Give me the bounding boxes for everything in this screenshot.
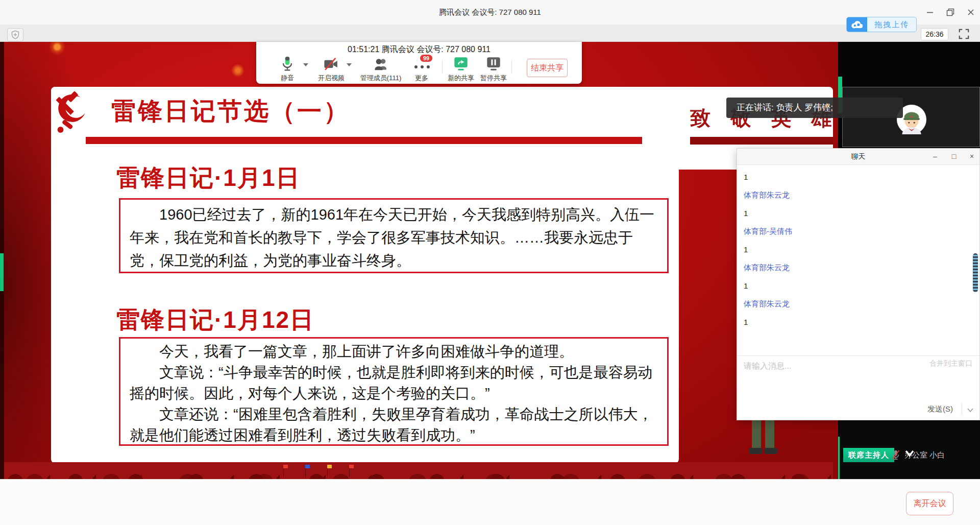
window-titlebar: 腾讯会议 会议号: 727 080 911 (0, 0, 980, 25)
chat-scrollbar[interactable] (973, 253, 978, 292)
pause-share-icon (486, 56, 501, 71)
window-restore-icon[interactable] (944, 6, 957, 18)
more-dots-icon (413, 64, 431, 69)
share-screen-icon (453, 56, 469, 71)
chat-message: 1 (744, 204, 976, 223)
share-status-text: 01:51:21 腾讯会议 会议号: 727 080 911 (256, 44, 582, 55)
chat-sender-name[interactable]: 体育部朱云龙 (744, 186, 976, 205)
slide-title: 雷锋日记节选（一） (111, 95, 350, 128)
tiny-flags (283, 465, 354, 476)
fullscreen-icon[interactable] (958, 28, 970, 40)
bottom-toolbar (0, 479, 980, 525)
chat-message: 1 (744, 241, 976, 259)
chat-sender-name[interactable]: 体育部-吴倩伟 (744, 223, 976, 241)
manage-members-button[interactable] (373, 57, 389, 71)
more-badge: 99 (420, 54, 433, 62)
pause-share-label: 暂停共享 (480, 74, 507, 83)
more-label: 更多 (415, 74, 428, 83)
chat-input-divider (737, 355, 979, 356)
camera-off-icon (324, 58, 339, 71)
diary-box-2-text-2: 文章说：“斗争最幸苦的时候，也就是胜利即将到来的时候，可也是最容易动摇的时候。因… (130, 362, 658, 404)
share-toolbar: 01:51:21 腾讯会议 会议号: 727 080 911 静音 开启视频 管… (256, 42, 582, 84)
chat-title: 聊天 (737, 149, 979, 164)
section-heading-2: 雷锋日记·1月12日 (116, 304, 314, 336)
leave-meeting-button[interactable]: 离开会议 (906, 492, 953, 515)
window-title: 腾讯会议 会议号: 727 080 911 (0, 0, 980, 25)
crowd-silhouette (4, 462, 833, 479)
send-options-chevron-icon[interactable] (967, 407, 974, 414)
diary-box-2-text-1: 今天，我看了一篇文章，那上面讲了许多向困难做斗争的道理。 (130, 341, 658, 362)
video-thumbnail-bottom[interactable]: 联席主持人 办公室 小白 (840, 420, 980, 481)
chat-close-icon[interactable]: × (964, 149, 979, 164)
mute-button[interactable] (280, 56, 295, 71)
new-share-button[interactable] (453, 56, 469, 71)
mic-muted-icon (891, 450, 901, 460)
merge-to-main-link[interactable]: 合并到主窗口 (929, 359, 972, 368)
window-subbar (0, 25, 980, 42)
diary-box-2: 今天，我看了一篇文章，那上面讲了许多向困难做斗争的道理。 文章说：“斗争最幸苦的… (119, 337, 669, 446)
chat-message-list[interactable]: 1 体育部朱云龙 1 体育部-吴倩伟 1 体育部朱云龙 1 体育部朱云龙 1 (737, 165, 976, 331)
new-share-label: 新的共享 (448, 74, 474, 83)
mic-options-caret-icon[interactable] (303, 63, 308, 66)
chat-sender-name[interactable]: 体育部朱云龙 (744, 259, 976, 277)
shield-plus-icon[interactable] (7, 28, 23, 41)
chat-message: 1 (744, 168, 976, 186)
camera-options-caret-icon[interactable] (347, 63, 352, 66)
toolbar-separator (511, 60, 512, 74)
mute-label: 静音 (281, 74, 294, 83)
speaking-toast: 正在讲话: 负责人 罗伟铿; (726, 98, 903, 118)
end-share-button[interactable]: 结束共享 (527, 59, 568, 77)
diary-box-1: 1960已经过去了，新的1961年在今天已开始，今天我感到特别高兴。入伍一年来，… (119, 198, 669, 273)
diary-box-2-text-3: 文章还说：“困难里包含着胜利，失败里孕育着成功，革命战士之所以伟大，就是他们能透… (130, 404, 658, 446)
send-divider (962, 403, 962, 415)
window-close-icon[interactable] (965, 6, 977, 18)
section-heading-1: 雷锋日记·1月1日 (116, 162, 300, 194)
camera-button[interactable] (324, 58, 339, 71)
shared-screen-region: 雷锋日记节选（一） 致 敬 英 雄 雷锋日记·1月1日 1960已经过去了，新的… (0, 42, 838, 479)
drag-upload-button[interactable]: 拖拽上传 (846, 17, 917, 32)
mic-active-icon (280, 56, 295, 71)
chat-minimize-icon[interactable]: – (927, 149, 943, 164)
chat-message: 1 (744, 277, 976, 295)
send-button[interactable]: 发送(S) (927, 404, 953, 414)
toolbar-separator (442, 60, 443, 74)
cloud-icon (847, 17, 867, 32)
chat-maximize-icon[interactable]: □ (946, 149, 962, 164)
meeting-timer: 26:36 (921, 28, 948, 40)
chat-sender-name[interactable]: 体育部朱云龙 (744, 295, 976, 314)
manage-members-label: 管理成员(111) (360, 74, 401, 83)
drag-upload-label: 拖拽上传 (867, 17, 916, 32)
slide-corner-rule (690, 137, 833, 145)
members-icon (373, 57, 389, 71)
slide-title-rule (86, 137, 642, 144)
camera-label: 开启视频 (318, 74, 345, 83)
diary-box-1-text: 1960已经过去了，新的1961年在今天已开始，今天我感到特别高兴。入伍一年来，… (130, 203, 658, 272)
cohost-badge: 联席主持人 (843, 448, 894, 462)
share-border-green-left (0, 253, 4, 291)
chat-message: 1 (744, 313, 976, 331)
white-chevron-icon (905, 449, 914, 458)
chat-header: 聊天 – □ × (737, 149, 979, 165)
chat-window: 聊天 – □ × 1 体育部朱云龙 1 体育部-吴倩伟 1 体育部朱云龙 1 体… (737, 148, 980, 420)
more-button[interactable] (413, 64, 431, 69)
party-emblem-icon (53, 90, 87, 138)
pause-share-button[interactable] (486, 56, 501, 71)
chat-input[interactable]: 请输入消息... (744, 361, 791, 372)
window-minimize-icon[interactable] (924, 6, 936, 18)
